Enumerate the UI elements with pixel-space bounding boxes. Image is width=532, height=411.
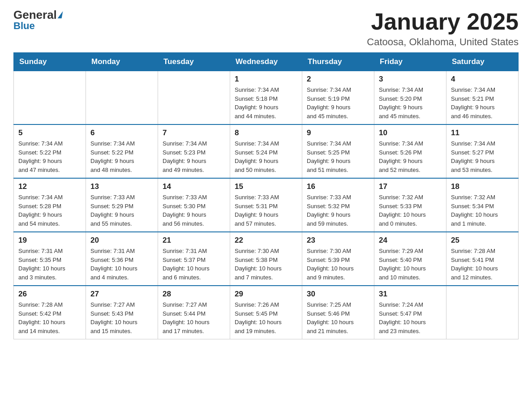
calendar-week-row: 5Sunrise: 7:34 AM Sunset: 5:22 PM Daylig… xyxy=(14,124,519,178)
day-info: Sunrise: 7:34 AM Sunset: 5:27 PM Dayligh… xyxy=(451,139,514,174)
day-number: 17 xyxy=(379,182,442,191)
weekday-header-wednesday: Wednesday xyxy=(230,53,302,71)
weekday-header-tuesday: Tuesday xyxy=(158,53,230,71)
day-number: 24 xyxy=(379,236,442,245)
calendar-cell: 26Sunrise: 7:28 AM Sunset: 5:42 PM Dayli… xyxy=(14,286,86,339)
logo: General Blue xyxy=(13,9,62,31)
day-info: Sunrise: 7:31 AM Sunset: 5:36 PM Dayligh… xyxy=(90,247,153,282)
calendar-cell: 31Sunrise: 7:24 AM Sunset: 5:47 PM Dayli… xyxy=(374,286,446,339)
day-info: Sunrise: 7:27 AM Sunset: 5:43 PM Dayligh… xyxy=(90,300,153,335)
day-info: Sunrise: 7:27 AM Sunset: 5:44 PM Dayligh… xyxy=(163,300,225,335)
calendar-cell xyxy=(446,286,519,339)
logo-blue-label: Blue xyxy=(13,21,62,31)
day-number: 22 xyxy=(235,236,297,245)
calendar-cell: 10Sunrise: 7:34 AM Sunset: 5:26 PM Dayli… xyxy=(374,124,446,178)
day-number: 1 xyxy=(235,75,297,84)
calendar-cell: 25Sunrise: 7:28 AM Sunset: 5:41 PM Dayli… xyxy=(446,232,519,286)
logo-general-label: General xyxy=(13,9,57,21)
calendar-cell: 22Sunrise: 7:30 AM Sunset: 5:38 PM Dayli… xyxy=(230,232,302,286)
weekday-header-thursday: Thursday xyxy=(302,53,374,71)
calendar-cell xyxy=(158,71,230,125)
day-info: Sunrise: 7:33 AM Sunset: 5:29 PM Dayligh… xyxy=(90,193,153,228)
day-number: 31 xyxy=(379,290,442,299)
day-info: Sunrise: 7:29 AM Sunset: 5:40 PM Dayligh… xyxy=(379,247,442,282)
calendar-cell: 17Sunrise: 7:32 AM Sunset: 5:33 PM Dayli… xyxy=(374,178,446,232)
calendar-cell xyxy=(86,71,158,125)
calendar-cell: 1Sunrise: 7:34 AM Sunset: 5:18 PM Daylig… xyxy=(230,71,302,125)
day-info: Sunrise: 7:34 AM Sunset: 5:25 PM Dayligh… xyxy=(307,139,369,174)
calendar-week-row: 12Sunrise: 7:34 AM Sunset: 5:28 PM Dayli… xyxy=(14,178,519,232)
calendar-cell: 2Sunrise: 7:34 AM Sunset: 5:19 PM Daylig… xyxy=(302,71,374,125)
calendar-cell: 11Sunrise: 7:34 AM Sunset: 5:27 PM Dayli… xyxy=(446,124,519,178)
day-info: Sunrise: 7:24 AM Sunset: 5:47 PM Dayligh… xyxy=(379,300,442,335)
day-info: Sunrise: 7:34 AM Sunset: 5:21 PM Dayligh… xyxy=(451,86,514,120)
calendar-cell: 12Sunrise: 7:34 AM Sunset: 5:28 PM Dayli… xyxy=(14,178,86,232)
calendar-cell: 20Sunrise: 7:31 AM Sunset: 5:36 PM Dayli… xyxy=(86,232,158,286)
calendar-week-row: 1Sunrise: 7:34 AM Sunset: 5:18 PM Daylig… xyxy=(14,71,519,125)
day-number: 12 xyxy=(18,182,81,191)
day-number: 18 xyxy=(451,182,514,191)
day-number: 21 xyxy=(163,236,225,245)
day-info: Sunrise: 7:31 AM Sunset: 5:35 PM Dayligh… xyxy=(18,247,81,282)
calendar-cell: 4Sunrise: 7:34 AM Sunset: 5:21 PM Daylig… xyxy=(446,71,519,125)
location-subtitle: Catoosa, Oklahoma, United States xyxy=(367,36,519,48)
calendar-cell: 6Sunrise: 7:34 AM Sunset: 5:22 PM Daylig… xyxy=(86,124,158,178)
calendar-cell: 3Sunrise: 7:34 AM Sunset: 5:20 PM Daylig… xyxy=(374,71,446,125)
calendar-cell: 13Sunrise: 7:33 AM Sunset: 5:29 PM Dayli… xyxy=(86,178,158,232)
day-number: 27 xyxy=(90,290,153,299)
day-info: Sunrise: 7:34 AM Sunset: 5:28 PM Dayligh… xyxy=(18,193,81,228)
month-year-title: January 2025 xyxy=(367,9,519,34)
day-info: Sunrise: 7:30 AM Sunset: 5:39 PM Dayligh… xyxy=(307,247,369,282)
day-info: Sunrise: 7:33 AM Sunset: 5:31 PM Dayligh… xyxy=(235,193,297,228)
day-number: 28 xyxy=(163,290,225,299)
day-number: 2 xyxy=(307,75,369,84)
day-number: 3 xyxy=(379,75,442,84)
calendar-week-row: 19Sunrise: 7:31 AM Sunset: 5:35 PM Dayli… xyxy=(14,232,519,286)
calendar-cell: 23Sunrise: 7:30 AM Sunset: 5:39 PM Dayli… xyxy=(302,232,374,286)
day-info: Sunrise: 7:31 AM Sunset: 5:37 PM Dayligh… xyxy=(163,247,225,282)
day-info: Sunrise: 7:34 AM Sunset: 5:23 PM Dayligh… xyxy=(163,139,225,174)
day-info: Sunrise: 7:34 AM Sunset: 5:20 PM Dayligh… xyxy=(379,86,442,120)
day-info: Sunrise: 7:34 AM Sunset: 5:22 PM Dayligh… xyxy=(90,139,153,174)
day-info: Sunrise: 7:34 AM Sunset: 5:18 PM Dayligh… xyxy=(235,86,297,120)
calendar-cell: 14Sunrise: 7:33 AM Sunset: 5:30 PM Dayli… xyxy=(158,178,230,232)
weekday-header-friday: Friday xyxy=(374,53,446,71)
weekday-header-saturday: Saturday xyxy=(446,53,519,71)
day-number: 10 xyxy=(379,128,442,137)
day-info: Sunrise: 7:34 AM Sunset: 5:26 PM Dayligh… xyxy=(379,139,442,174)
day-number: 6 xyxy=(90,128,153,137)
calendar-table: SundayMondayTuesdayWednesdayThursdayFrid… xyxy=(13,52,519,339)
title-block: January 2025 Catoosa, Oklahoma, United S… xyxy=(367,9,519,48)
calendar-cell: 9Sunrise: 7:34 AM Sunset: 5:25 PM Daylig… xyxy=(302,124,374,178)
day-info: Sunrise: 7:26 AM Sunset: 5:45 PM Dayligh… xyxy=(235,300,297,335)
logo-triangle-icon xyxy=(57,11,63,18)
calendar-cell: 16Sunrise: 7:33 AM Sunset: 5:32 PM Dayli… xyxy=(302,178,374,232)
calendar-cell: 18Sunrise: 7:32 AM Sunset: 5:34 PM Dayli… xyxy=(446,178,519,232)
day-number: 11 xyxy=(451,128,514,137)
day-info: Sunrise: 7:32 AM Sunset: 5:34 PM Dayligh… xyxy=(451,193,514,228)
calendar-cell: 7Sunrise: 7:34 AM Sunset: 5:23 PM Daylig… xyxy=(158,124,230,178)
day-number: 30 xyxy=(307,290,369,299)
day-number: 19 xyxy=(18,236,81,245)
calendar-cell: 15Sunrise: 7:33 AM Sunset: 5:31 PM Dayli… xyxy=(230,178,302,232)
day-info: Sunrise: 7:32 AM Sunset: 5:33 PM Dayligh… xyxy=(379,193,442,228)
calendar-cell: 5Sunrise: 7:34 AM Sunset: 5:22 PM Daylig… xyxy=(14,124,86,178)
calendar-header-row: SundayMondayTuesdayWednesdayThursdayFrid… xyxy=(14,53,519,71)
day-number: 16 xyxy=(307,182,369,191)
calendar-cell: 21Sunrise: 7:31 AM Sunset: 5:37 PM Dayli… xyxy=(158,232,230,286)
calendar-cell: 8Sunrise: 7:34 AM Sunset: 5:24 PM Daylig… xyxy=(230,124,302,178)
day-number: 15 xyxy=(235,182,297,191)
day-number: 5 xyxy=(18,128,81,137)
day-info: Sunrise: 7:34 AM Sunset: 5:24 PM Dayligh… xyxy=(235,139,297,174)
day-info: Sunrise: 7:33 AM Sunset: 5:30 PM Dayligh… xyxy=(163,193,225,228)
calendar-cell: 24Sunrise: 7:29 AM Sunset: 5:40 PM Dayli… xyxy=(374,232,446,286)
calendar-cell: 19Sunrise: 7:31 AM Sunset: 5:35 PM Dayli… xyxy=(14,232,86,286)
weekday-header-sunday: Sunday xyxy=(14,53,86,71)
logo-general-text: General xyxy=(13,9,62,21)
day-info: Sunrise: 7:34 AM Sunset: 5:22 PM Dayligh… xyxy=(18,139,81,174)
day-number: 4 xyxy=(451,75,514,84)
day-info: Sunrise: 7:30 AM Sunset: 5:38 PM Dayligh… xyxy=(235,247,297,282)
day-number: 26 xyxy=(18,290,81,299)
day-info: Sunrise: 7:28 AM Sunset: 5:42 PM Dayligh… xyxy=(18,300,81,335)
day-number: 14 xyxy=(163,182,225,191)
